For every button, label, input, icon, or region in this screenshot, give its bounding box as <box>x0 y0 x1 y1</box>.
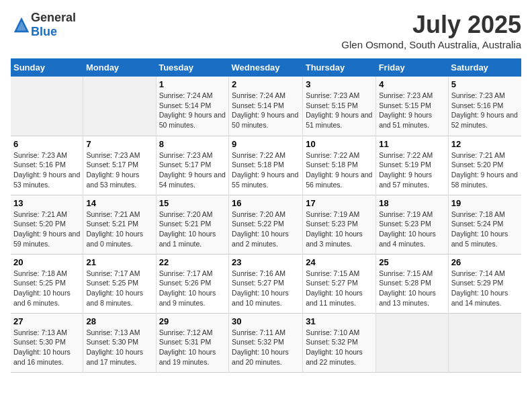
day-info: Sunrise: 7:18 AM Sunset: 5:24 PM Dayligh… <box>451 210 519 249</box>
calendar-cell: 26Sunrise: 7:14 AM Sunset: 5:29 PM Dayli… <box>448 254 521 313</box>
day-info: Sunrise: 7:21 AM Sunset: 5:21 PM Dayligh… <box>86 210 152 249</box>
calendar-header: SundayMondayTuesdayWednesdayThursdayFrid… <box>11 58 521 77</box>
day-number: 30 <box>232 316 300 326</box>
day-info: Sunrise: 7:22 AM Sunset: 5:19 PM Dayligh… <box>379 150 445 190</box>
calendar-cell: 12Sunrise: 7:21 AM Sunset: 5:20 PM Dayli… <box>448 136 521 195</box>
day-info: Sunrise: 7:23 AM Sunset: 5:15 PM Dayligh… <box>379 91 445 130</box>
day-info: Sunrise: 7:13 AM Sunset: 5:30 PM Dayligh… <box>86 328 152 367</box>
calendar-cell: 6Sunrise: 7:23 AM Sunset: 5:16 PM Daylig… <box>11 136 83 195</box>
month-title: July 2025 <box>341 11 521 39</box>
day-number: 9 <box>232 139 300 149</box>
calendar-cell: 28Sunrise: 7:13 AM Sunset: 5:30 PM Dayli… <box>83 313 156 372</box>
calendar-week-row: 27Sunrise: 7:13 AM Sunset: 5:30 PM Dayli… <box>11 313 521 372</box>
calendar-cell: 23Sunrise: 7:16 AM Sunset: 5:27 PM Dayli… <box>229 254 303 313</box>
day-number: 5 <box>451 79 519 89</box>
location-title: Glen Osmond, South Australia, Australia <box>341 39 521 50</box>
title-block: July 2025 Glen Osmond, South Australia, … <box>341 11 521 50</box>
day-number: 11 <box>379 139 445 149</box>
day-number: 4 <box>379 79 445 89</box>
day-info: Sunrise: 7:17 AM Sunset: 5:26 PM Dayligh… <box>159 269 226 308</box>
day-number: 23 <box>232 257 300 267</box>
weekday-header-row: SundayMondayTuesdayWednesdayThursdayFrid… <box>11 58 521 77</box>
day-number: 14 <box>86 198 152 208</box>
day-info: Sunrise: 7:22 AM Sunset: 5:18 PM Dayligh… <box>306 150 373 190</box>
day-info: Sunrise: 7:21 AM Sunset: 5:20 PM Dayligh… <box>13 210 80 249</box>
calendar-cell: 8Sunrise: 7:23 AM Sunset: 5:17 PM Daylig… <box>156 136 228 195</box>
day-number: 13 <box>13 198 80 208</box>
day-number: 12 <box>451 139 519 149</box>
calendar-cell: 24Sunrise: 7:15 AM Sunset: 5:27 PM Dayli… <box>303 254 376 313</box>
calendar-body: 1Sunrise: 7:24 AM Sunset: 5:14 PM Daylig… <box>11 77 521 372</box>
weekday-header: Thursday <box>303 58 376 77</box>
calendar-cell: 13Sunrise: 7:21 AM Sunset: 5:20 PM Dayli… <box>11 195 83 254</box>
day-info: Sunrise: 7:14 AM Sunset: 5:29 PM Dayligh… <box>451 269 519 308</box>
logo-icon <box>12 15 31 34</box>
calendar-cell <box>376 313 449 372</box>
calendar-week-row: 6Sunrise: 7:23 AM Sunset: 5:16 PM Daylig… <box>11 136 521 195</box>
weekday-header: Saturday <box>448 58 521 77</box>
day-number: 29 <box>159 316 226 326</box>
day-number: 17 <box>306 198 373 208</box>
calendar-cell: 17Sunrise: 7:19 AM Sunset: 5:23 PM Dayli… <box>303 195 376 254</box>
calendar-week-row: 20Sunrise: 7:18 AM Sunset: 5:25 PM Dayli… <box>11 254 521 313</box>
logo-general: General <box>31 11 76 24</box>
calendar-cell: 27Sunrise: 7:13 AM Sunset: 5:30 PM Dayli… <box>11 313 83 372</box>
calendar-cell <box>448 313 521 372</box>
calendar-cell: 18Sunrise: 7:19 AM Sunset: 5:23 PM Dayli… <box>376 195 449 254</box>
calendar-cell: 19Sunrise: 7:18 AM Sunset: 5:24 PM Dayli… <box>448 195 521 254</box>
day-info: Sunrise: 7:24 AM Sunset: 5:14 PM Dayligh… <box>232 91 300 130</box>
day-info: Sunrise: 7:21 AM Sunset: 5:20 PM Dayligh… <box>451 150 519 190</box>
day-info: Sunrise: 7:12 AM Sunset: 5:31 PM Dayligh… <box>159 328 226 367</box>
weekday-header: Sunday <box>11 58 83 77</box>
day-info: Sunrise: 7:23 AM Sunset: 5:17 PM Dayligh… <box>159 150 226 190</box>
calendar-cell: 1Sunrise: 7:24 AM Sunset: 5:14 PM Daylig… <box>156 77 228 136</box>
day-info: Sunrise: 7:23 AM Sunset: 5:15 PM Dayligh… <box>306 91 373 130</box>
day-info: Sunrise: 7:23 AM Sunset: 5:17 PM Dayligh… <box>86 150 152 190</box>
calendar-cell: 9Sunrise: 7:22 AM Sunset: 5:18 PM Daylig… <box>229 136 303 195</box>
calendar-cell: 14Sunrise: 7:21 AM Sunset: 5:21 PM Dayli… <box>83 195 156 254</box>
day-number: 1 <box>159 79 226 89</box>
calendar-table: SundayMondayTuesdayWednesdayThursdayFrid… <box>11 58 521 373</box>
weekday-header: Tuesday <box>156 58 228 77</box>
day-info: Sunrise: 7:11 AM Sunset: 5:32 PM Dayligh… <box>232 328 300 367</box>
weekday-header: Friday <box>376 58 449 77</box>
calendar-cell <box>83 77 156 136</box>
day-number: 19 <box>451 198 519 208</box>
day-info: Sunrise: 7:20 AM Sunset: 5:21 PM Dayligh… <box>159 210 226 249</box>
calendar-cell <box>11 77 83 136</box>
day-number: 10 <box>306 139 373 149</box>
calendar-cell: 2Sunrise: 7:24 AM Sunset: 5:14 PM Daylig… <box>229 77 303 136</box>
calendar-cell: 7Sunrise: 7:23 AM Sunset: 5:17 PM Daylig… <box>83 136 156 195</box>
day-number: 2 <box>232 79 300 89</box>
calendar-cell: 30Sunrise: 7:11 AM Sunset: 5:32 PM Dayli… <box>229 313 303 372</box>
day-number: 3 <box>306 79 373 89</box>
day-number: 16 <box>232 198 300 208</box>
weekday-header: Wednesday <box>229 58 303 77</box>
day-info: Sunrise: 7:24 AM Sunset: 5:14 PM Dayligh… <box>159 91 226 130</box>
day-info: Sunrise: 7:19 AM Sunset: 5:23 PM Dayligh… <box>306 210 373 249</box>
calendar-cell: 31Sunrise: 7:10 AM Sunset: 5:32 PM Dayli… <box>303 313 376 372</box>
calendar-cell: 16Sunrise: 7:20 AM Sunset: 5:22 PM Dayli… <box>229 195 303 254</box>
day-number: 28 <box>86 316 152 326</box>
day-number: 7 <box>86 139 152 149</box>
day-info: Sunrise: 7:10 AM Sunset: 5:32 PM Dayligh… <box>306 328 373 367</box>
day-info: Sunrise: 7:20 AM Sunset: 5:22 PM Dayligh… <box>232 210 300 249</box>
day-info: Sunrise: 7:23 AM Sunset: 5:16 PM Dayligh… <box>451 91 519 130</box>
day-info: Sunrise: 7:23 AM Sunset: 5:16 PM Dayligh… <box>13 150 80 190</box>
calendar-cell: 3Sunrise: 7:23 AM Sunset: 5:15 PM Daylig… <box>303 77 376 136</box>
day-number: 27 <box>13 316 80 326</box>
day-number: 24 <box>306 257 373 267</box>
calendar-cell: 20Sunrise: 7:18 AM Sunset: 5:25 PM Dayli… <box>11 254 83 313</box>
page-header: General Blue July 2025 Glen Osmond, Sout… <box>11 11 521 50</box>
calendar-cell: 4Sunrise: 7:23 AM Sunset: 5:15 PM Daylig… <box>376 77 449 136</box>
day-number: 26 <box>451 257 519 267</box>
day-number: 20 <box>13 257 80 267</box>
calendar-cell: 11Sunrise: 7:22 AM Sunset: 5:19 PM Dayli… <box>376 136 449 195</box>
calendar-cell: 25Sunrise: 7:15 AM Sunset: 5:28 PM Dayli… <box>376 254 449 313</box>
day-number: 8 <box>159 139 226 149</box>
day-info: Sunrise: 7:18 AM Sunset: 5:25 PM Dayligh… <box>13 269 80 308</box>
day-number: 15 <box>159 198 226 208</box>
calendar-cell: 10Sunrise: 7:22 AM Sunset: 5:18 PM Dayli… <box>303 136 376 195</box>
calendar-cell: 15Sunrise: 7:20 AM Sunset: 5:21 PM Dayli… <box>156 195 228 254</box>
day-info: Sunrise: 7:22 AM Sunset: 5:18 PM Dayligh… <box>232 150 300 190</box>
